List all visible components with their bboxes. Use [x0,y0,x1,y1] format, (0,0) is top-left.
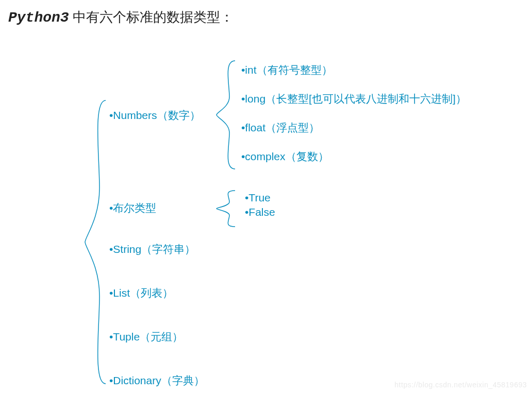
main-item-string: •String（字符串） [109,242,195,257]
bool-sub-false: •False [245,206,275,218]
numbers-sub-int: •int（有符号整型） [241,63,332,77]
numbers-sub-float: •float（浮点型） [241,121,320,135]
main-item-dict: •Dictionary（字典） [109,373,205,388]
main-item-numbers: •Numbers（数字） [109,108,201,123]
brace-main [85,100,106,384]
title-prefix: Python3 [8,10,69,26]
main-item-bool: •布尔类型 [109,201,156,215]
numbers-sub-complex: •complex（复数） [241,149,329,164]
title-rest: 中有六个标准的数据类型： [69,9,234,25]
main-item-list: •List（列表） [109,286,173,300]
bool-sub-true: •True [245,192,271,204]
watermark-text: https://blog.csdn.net/weixin_45819693 [394,381,527,389]
brace-bool [217,191,235,227]
main-item-tuple: •Tuple（元组） [109,330,183,344]
numbers-sub-long: •long（长整型[也可以代表八进制和十六进制]） [241,92,467,106]
brace-numbers [217,61,235,169]
page-title: Python3 中有六个标准的数据类型： [8,8,234,26]
